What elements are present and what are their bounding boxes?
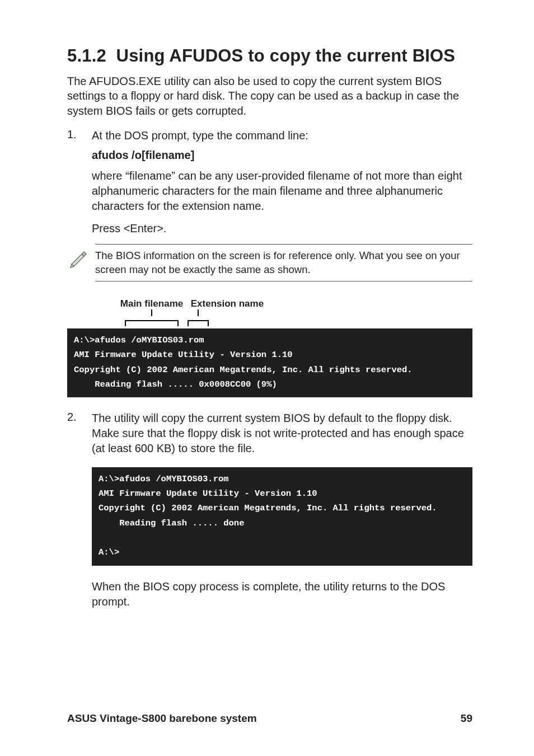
step-1-number: 1. [67,128,92,143]
section-heading: 5.1.2 Using AFUDOS to copy the current B… [67,46,472,66]
page-footer: ASUS Vintage-S800 barebone system 59 [67,712,472,725]
filename-diagram-labels: Main filename Extension name [115,298,472,309]
pencil-icon [67,244,95,272]
step-1-command: afudos /o[filename] [92,149,472,162]
t2-line5: A:\> [99,547,119,557]
note-text: The BIOS information on the screen is fo… [95,248,472,278]
terminal-output-2: A:\>afudos /oMYBIOS03.rom AMI Firmware U… [92,467,472,566]
t1-line4: Reading flash ..... 0x0008CC00 (9%) [74,379,277,389]
note-rule-bottom [95,281,472,281]
section-number: 5.1.2 [67,46,106,65]
t1-line2: AMI Firmware Update Utility - Version 1.… [74,350,293,360]
diagram-main-label: Main filename [115,298,188,309]
footer-page-number: 59 [461,712,472,725]
step-1-text: At the DOS prompt, type the command line… [92,128,472,143]
step-1-press: Press <Enter>. [92,221,472,236]
t1-line1: A:\>afudos /oMYBIOS03.rom [74,335,204,345]
section-title: Using AFUDOS to copy the current BIOS [116,46,456,65]
step-2-text: The utility will copy the current system… [92,411,472,456]
terminal-output-1: A:\>afudos /oMYBIOS03.rom AMI Firmware U… [67,328,472,397]
t2-line2: AMI Firmware Update Utility - Version 1.… [99,489,317,499]
note-rule-top [95,244,472,245]
step-1: 1. At the DOS prompt, type the command l… [67,128,472,143]
footer-left: ASUS Vintage-S800 barebone system [67,712,257,725]
closing-paragraph: When the BIOS copy process is complete, … [92,579,472,609]
step-2: 2. The utility will copy the current sys… [67,411,472,456]
diagram-ext-label: Extension name [191,298,269,309]
t2-line4: Reading flash ..... done [99,518,244,528]
intro-paragraph: The AFUDOS.EXE utility can also be used … [67,74,472,118]
step-1-where: where “filename” can be any user-provide… [92,168,472,213]
step-2-number: 2. [67,411,92,456]
t2-line3: Copyright (C) 2002 American Megatrends, … [99,503,437,513]
note-block: The BIOS information on the screen is fo… [67,244,472,281]
t1-line3: Copyright (C) 2002 American Megatrends, … [74,365,413,375]
t2-line1: A:\>afudos /oMYBIOS03.rom [99,474,229,484]
filename-diagram-brackets [115,309,472,328]
